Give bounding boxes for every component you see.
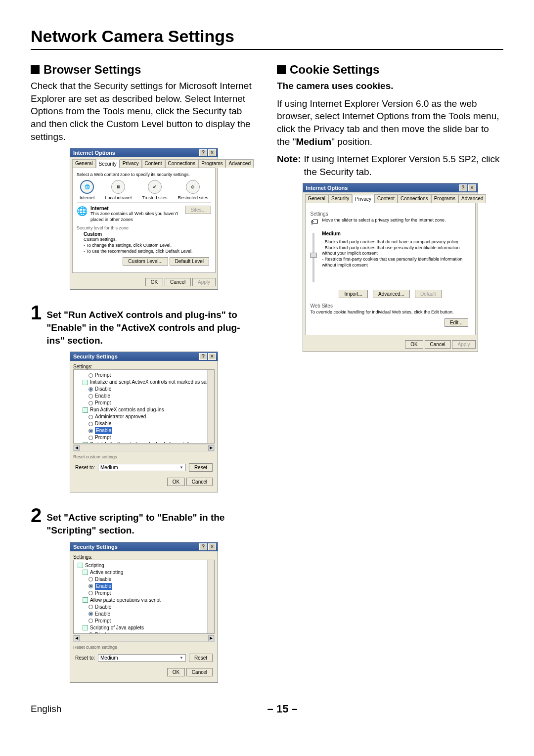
- reset-button[interactable]: Reset: [189, 463, 213, 472]
- enable-highlight: Enable: [95, 427, 112, 434]
- default-level-button[interactable]: Default Level: [170, 257, 209, 266]
- enable-highlight: Enable: [95, 583, 112, 590]
- close-icon[interactable]: ×: [468, 184, 476, 191]
- scrollbar-vertical[interactable]: [207, 560, 214, 633]
- cookie-sub: The camera uses cookies.: [277, 80, 503, 92]
- default-button[interactable]: Default: [415, 290, 442, 298]
- browser-settings-label: Browser Settings: [44, 63, 141, 77]
- settings-list[interactable]: Scripting Active scripting Disable Enabl…: [73, 560, 215, 634]
- globe-icon: 🌐: [77, 206, 88, 217]
- page-number: – 15 –: [267, 703, 298, 715]
- zone-local-intranet[interactable]: 🖥 Local intranet: [105, 180, 132, 200]
- step-2-text: Set "Active scripting" to "Enable" in th…: [46, 505, 257, 536]
- ok-button[interactable]: OK: [405, 340, 423, 349]
- cookie-settings-heading: Cookie Settings: [277, 63, 503, 77]
- reset-button[interactable]: Reset: [189, 654, 213, 662]
- cancel-button[interactable]: Cancel: [165, 278, 191, 286]
- privacy-desc: Move the slider to select a privacy sett…: [322, 218, 446, 223]
- zone-trusted[interactable]: ✔ Trusted sites: [142, 180, 167, 200]
- tab-general[interactable]: General: [305, 194, 329, 203]
- scrollbar-horizontal[interactable]: ◀ ▶: [73, 635, 215, 642]
- tab-content[interactable]: Content: [374, 194, 398, 203]
- priv-b1: - Blocks third-party cookies that do not…: [322, 239, 470, 245]
- dialog-title: Internet Options: [306, 185, 348, 191]
- tab-security[interactable]: Security: [328, 194, 352, 203]
- activex-icon: [83, 380, 88, 385]
- privacy-icon: 🏷: [311, 218, 318, 226]
- tab-connections[interactable]: Connections: [165, 159, 199, 168]
- help-icon[interactable]: ?: [199, 353, 207, 360]
- scrollbar-vertical[interactable]: [207, 370, 214, 443]
- dialog-title: Security Settings: [73, 354, 118, 359]
- sites-button[interactable]: Sites...: [185, 206, 211, 214]
- scripting-icon: [83, 625, 88, 630]
- reset-group: Reset custom settings: [73, 454, 215, 459]
- advanced-button[interactable]: Advanced...: [373, 290, 410, 298]
- edit-button[interactable]: Edit...: [445, 318, 468, 327]
- tab-advanced[interactable]: Advanced: [458, 194, 486, 203]
- reset-group: Reset custom settings: [73, 645, 215, 650]
- globe-icon: 🌐: [80, 180, 94, 194]
- dialog-title: Security Settings: [73, 544, 118, 550]
- browser-settings-heading: Browser Settings: [31, 63, 257, 77]
- help-icon[interactable]: ?: [459, 184, 467, 191]
- privacy-slider[interactable]: [311, 230, 317, 285]
- priv-b2: - Blocks third-party cookies that use pe…: [322, 245, 470, 257]
- tab-advanced[interactable]: Advanced: [225, 159, 253, 168]
- apply-button[interactable]: Apply: [452, 340, 475, 349]
- zone-desc: This zone contains all Web sites you hav…: [90, 211, 182, 222]
- square-bullet-icon: [31, 65, 40, 74]
- step-1-text: Set "Run ActiveX controls and plug-ins" …: [46, 303, 257, 347]
- tab-privacy[interactable]: Privacy: [352, 195, 374, 203]
- slider-thumb[interactable]: [310, 253, 317, 258]
- custom-l2: - To use the recommended settings, click…: [84, 249, 211, 255]
- zone-internet[interactable]: 🌐 Internet: [80, 180, 95, 200]
- security-level-label: Security level for this zone: [77, 225, 211, 230]
- browser-intro: Check that the Security settings for Mic…: [31, 80, 257, 143]
- websites-desc: To override cookie handling for individu…: [311, 310, 470, 315]
- close-icon[interactable]: ×: [208, 543, 216, 550]
- apply-button[interactable]: Apply: [192, 278, 216, 286]
- tab-content[interactable]: Content: [142, 159, 165, 168]
- tab-general[interactable]: General: [72, 159, 96, 168]
- help-icon[interactable]: ?: [199, 149, 207, 156]
- ok-button[interactable]: OK: [167, 478, 185, 486]
- ok-button[interactable]: OK: [145, 278, 163, 286]
- reset-select[interactable]: Medium ▼: [98, 654, 186, 662]
- activex-icon: [83, 407, 88, 413]
- tab-security[interactable]: Security: [96, 160, 120, 168]
- websites-group-label: Web Sites: [311, 303, 470, 309]
- cancel-button[interactable]: Cancel: [425, 340, 451, 349]
- cancel-button[interactable]: Cancel: [186, 668, 213, 676]
- reset-to-label: Reset to:: [75, 655, 95, 661]
- footer-language: English: [31, 704, 61, 714]
- scripting-icon: [83, 597, 88, 603]
- custom-l1: - To change the settings, click Custom L…: [84, 243, 211, 249]
- restricted-icon: ⊘: [186, 180, 200, 194]
- cancel-button[interactable]: Cancel: [186, 478, 213, 486]
- cookie-note: Note: If using Internet Explorer Version…: [277, 153, 503, 178]
- close-icon[interactable]: ×: [208, 353, 216, 360]
- zone-restricted[interactable]: ⊘ Restricted sites: [178, 180, 208, 200]
- reset-to-label: Reset to:: [75, 465, 95, 470]
- scrollbar-horizontal[interactable]: ◀ ▶: [73, 445, 215, 451]
- dialog-title: Internet Options: [73, 150, 115, 156]
- settings-label: Settings:: [73, 554, 215, 560]
- settings-label: Settings:: [73, 364, 215, 369]
- custom-level-button[interactable]: Custom Level...: [123, 257, 168, 266]
- import-button[interactable]: Import...: [339, 290, 368, 298]
- tab-privacy[interactable]: Privacy: [120, 159, 142, 168]
- tab-programs[interactable]: Programs: [198, 159, 225, 168]
- square-bullet-icon: [277, 65, 286, 74]
- settings-group-label: Settings: [311, 211, 470, 217]
- settings-list[interactable]: Prompt Initialize and script ActiveX con…: [73, 369, 215, 444]
- security-settings-dialog-1: Security Settings ? × Settings: Prompt I…: [70, 352, 218, 492]
- close-icon[interactable]: ×: [208, 149, 216, 156]
- ok-button[interactable]: OK: [167, 668, 185, 676]
- tab-connections[interactable]: Connections: [398, 194, 431, 203]
- tab-programs[interactable]: Programs: [431, 194, 458, 203]
- reset-select[interactable]: Medium ▼: [98, 464, 186, 471]
- help-icon[interactable]: ?: [199, 543, 207, 550]
- page-footer: English – 15 –: [0, 703, 534, 730]
- scripting-icon: [83, 570, 88, 575]
